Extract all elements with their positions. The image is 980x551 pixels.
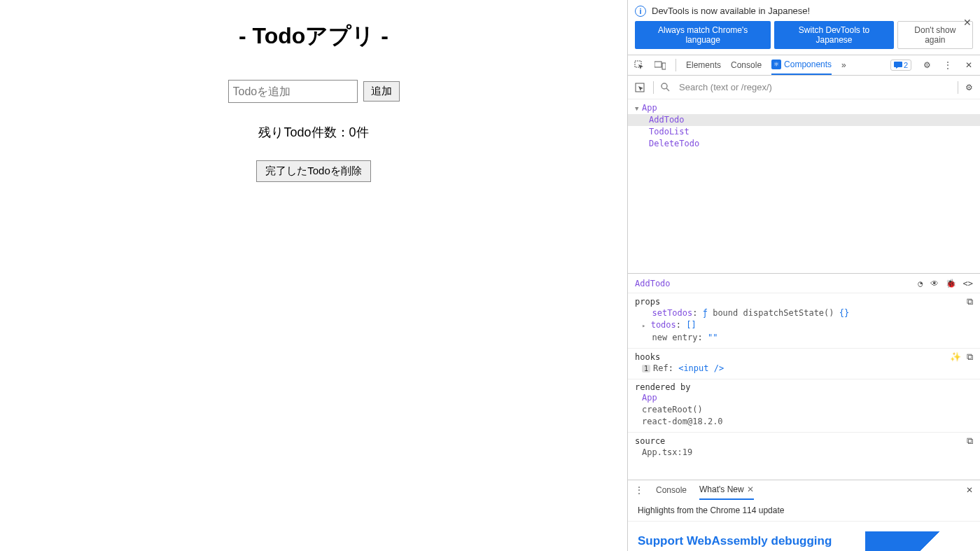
dont-show-button[interactable]: Don't show again <box>897 21 973 49</box>
prop-key: todos <box>651 320 676 330</box>
search-input[interactable] <box>679 82 951 92</box>
rendered-createroot: createRoot() <box>642 405 703 414</box>
tree-node-todolist[interactable]: TodoList <box>628 126 980 138</box>
drawer-tabs: ⋮ Console What's New ✕ ✕ <box>628 480 980 500</box>
copy-source-icon[interactable]: ⧉ <box>967 435 973 447</box>
rendered-by-label: rendered by <box>635 382 690 392</box>
source-section: source ⧉ App.tsx:19 <box>628 433 980 463</box>
rendered-app-link[interactable]: App <box>642 393 657 403</box>
more-menu-icon[interactable]: ⋮ <box>942 60 953 71</box>
info-icon: i <box>635 6 646 17</box>
app-pane: - Todoアプリ - 追加 残りTodo件数：0件 完了したTodoを削除 <box>0 0 627 551</box>
copy-props-icon[interactable]: ⧉ <box>967 296 973 307</box>
svg-line-6 <box>666 88 669 91</box>
add-button[interactable]: 追加 <box>363 81 400 102</box>
messages-badge[interactable]: 2 <box>890 60 911 71</box>
drawer-tab-console[interactable]: Console <box>656 480 687 500</box>
details-header: AddTodo ◔ 👁 🐞 <> <box>628 274 980 293</box>
drawer-tab-label: What's New <box>699 484 744 494</box>
remaining-count: 残りTodo件数：0件 <box>0 124 627 141</box>
drawer: ⋮ Console What's New ✕ ✕ Highlights from… <box>628 480 980 551</box>
prop-key: setTodos <box>652 308 692 318</box>
source-location[interactable]: App.tsx:19 <box>642 447 692 457</box>
hook-index: 1 <box>642 365 650 372</box>
tab-components[interactable]: ⚛ Components <box>771 55 832 75</box>
select-element-icon[interactable] <box>635 83 646 92</box>
messages-count: 2 <box>904 61 908 69</box>
tree-node-app[interactable]: ▼App <box>628 102 980 114</box>
svg-point-5 <box>662 83 667 89</box>
prop-val: ƒ <box>703 308 713 318</box>
component-details: AddTodo ◔ 👁 🐞 <> props ⧉ setTodos: ƒ bou… <box>628 273 980 480</box>
debug-icon[interactable]: 🐞 <box>946 279 956 288</box>
info-buttons: Always match Chrome's language Switch De… <box>628 17 980 55</box>
wasm-title[interactable]: Support WebAssembly debugging <box>638 534 832 548</box>
tree-node-deletetodo[interactable]: DeleteTodo <box>628 138 980 150</box>
close-drawer-icon[interactable]: ✕ <box>966 485 973 495</box>
close-devtools-icon[interactable]: ✕ <box>963 60 974 71</box>
switch-japanese-button[interactable]: Switch DevTools to Japanese <box>774 21 893 49</box>
rendered-by-section: rendered by App createRoot() react-dom@1… <box>628 379 980 433</box>
tree-label: App <box>642 103 657 113</box>
add-todo-row: 追加 <box>0 80 627 103</box>
app-title: - Todoアプリ - <box>0 21 627 52</box>
todo-input[interactable] <box>228 80 358 103</box>
props-section: props ⧉ setTodos: ƒ bound dispatchSetSta… <box>628 293 980 349</box>
prop-val: [] <box>686 320 696 330</box>
highlights-text: Highlights from the Chrome 114 update <box>628 500 980 522</box>
delete-completed-button[interactable]: 完了したTodoを削除 <box>256 160 371 182</box>
inspect-dom-icon[interactable]: 👁 <box>930 279 939 288</box>
hook-val: <input /> <box>678 363 724 373</box>
suspend-icon[interactable]: ◔ <box>918 279 923 288</box>
hooks-section: hooks ✨ ⧉ 1Ref: <input /> <box>628 349 980 379</box>
settings-icon[interactable]: ⚙ <box>921 60 932 71</box>
svg-rect-1 <box>654 62 662 67</box>
tree-node-addtodo[interactable]: AddTodo <box>628 114 980 126</box>
hook-label: Ref <box>653 363 668 373</box>
new-entry-val[interactable]: "" <box>708 333 718 342</box>
close-infobar-icon[interactable]: ✕ <box>963 17 972 28</box>
rendered-reactdom: react-dom@18.2.0 <box>642 417 723 426</box>
selected-component-name: AddTodo <box>635 279 671 288</box>
inspect-icon[interactable] <box>634 60 645 71</box>
devtools-tabbar: Elements Console ⚛ Components » 2 ⚙ ⋮ ✕ <box>628 55 980 76</box>
separator <box>676 59 676 71</box>
drawer-menu-icon[interactable]: ⋮ <box>635 485 643 495</box>
prop-val: bound dispatchSetState() <box>713 308 834 318</box>
prop-val: {} <box>834 308 850 318</box>
new-entry-label: new entry <box>652 333 697 342</box>
details-actions: ◔ 👁 🐞 <> <box>918 279 973 288</box>
parse-hooks-icon[interactable]: ✨ <box>950 351 961 363</box>
hooks-label: hooks <box>635 352 660 362</box>
tab-console[interactable]: Console <box>731 55 762 75</box>
react-icon: ⚛ <box>771 60 781 69</box>
search-icon <box>661 83 672 92</box>
info-bar: i DevTools is now available in Japanese!… <box>628 0 980 17</box>
separator <box>958 81 958 94</box>
props-label: props <box>635 297 660 307</box>
component-settings-icon[interactable]: ⚙ <box>965 83 973 92</box>
view-source-icon[interactable]: <> <box>963 279 973 288</box>
wasm-image <box>865 531 970 551</box>
devtools-pane: i DevTools is now available in Japanese!… <box>627 0 980 551</box>
svg-rect-2 <box>662 63 666 69</box>
always-match-button[interactable]: Always match Chrome's language <box>635 21 771 49</box>
source-label: source <box>635 436 665 446</box>
svg-rect-3 <box>894 62 902 67</box>
copy-hooks-icon[interactable]: ⧉ <box>967 351 973 363</box>
tabbar-right: 2 ⚙ ⋮ ✕ <box>890 60 974 71</box>
drawer-tab-whatsnew[interactable]: What's New ✕ <box>699 480 754 500</box>
component-search-bar: ⚙ <box>628 76 980 99</box>
close-tab-icon[interactable]: ✕ <box>747 484 754 494</box>
separator <box>653 81 654 94</box>
device-icon[interactable] <box>654 60 666 71</box>
tab-more[interactable]: » <box>841 55 846 75</box>
wasm-row: Support WebAssembly debugging <box>628 522 980 551</box>
component-tree: ▼App AddTodo TodoList DeleteTodo <box>628 99 980 273</box>
tab-components-label: Components <box>784 60 832 69</box>
tab-elements[interactable]: Elements <box>686 55 721 75</box>
info-text: DevTools is now available in Japanese! <box>652 6 810 16</box>
